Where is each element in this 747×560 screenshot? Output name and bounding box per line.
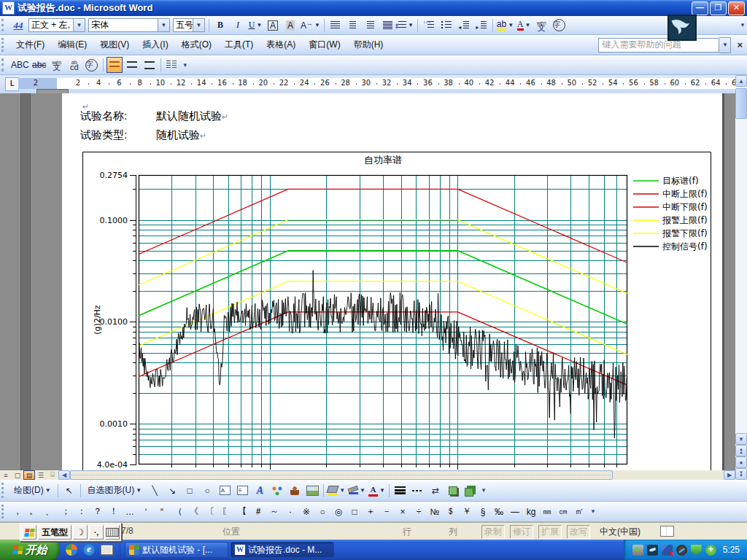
vertical-scroll-thumb[interactable] xyxy=(735,88,747,119)
size-combo[interactable]: 五号▼ xyxy=(173,18,205,32)
tray-network-disconnected-icon[interactable] xyxy=(662,545,673,556)
start-button[interactable]: 开始 xyxy=(0,540,60,560)
dropdown-icon[interactable]: ▼ xyxy=(256,22,262,28)
dropdown-icon[interactable]: ▼ xyxy=(73,19,85,31)
ruler-track[interactable]: 2 24681012141618202224262830323436384042… xyxy=(18,78,735,89)
ime-punctuation-icon[interactable]: ·, xyxy=(89,525,104,540)
outline-view-button[interactable]: ☰ xyxy=(35,470,47,480)
symbol-button[interactable]: ～ xyxy=(266,504,282,520)
symbol-button[interactable]: ＄ xyxy=(443,504,459,520)
taskbar-window-button-1[interactable]: W试验报告.doc - M... xyxy=(231,542,334,558)
line-spacing-15-button[interactable] xyxy=(124,57,140,73)
print-layout-view-button[interactable]: ▤ xyxy=(23,470,35,480)
symbol-button[interactable]: ￥ xyxy=(459,504,475,520)
menu-item[interactable]: 视图(V) xyxy=(93,36,136,54)
reading-layout-button[interactable]: ⌻ xyxy=(47,470,58,480)
menu-item[interactable]: 格式(O) xyxy=(175,36,218,54)
vertical-text-box-button[interactable]: ≡ xyxy=(234,483,250,499)
scroll-right-icon[interactable]: ▶ xyxy=(724,470,735,480)
symbol-button[interactable]: 《 xyxy=(186,504,202,520)
dropdown-icon[interactable]: ▼ xyxy=(408,22,414,28)
menu-item[interactable]: 窗口(W) xyxy=(302,36,347,54)
toolbar-options-button-2[interactable]: ▼ xyxy=(181,55,190,74)
pinyin-abc-button[interactable]: ABC xyxy=(10,57,30,73)
status-toggle-1[interactable]: 修订 xyxy=(510,525,533,539)
font-color-button-2[interactable]: A▼ xyxy=(368,483,386,499)
increase-indent-button[interactable] xyxy=(473,18,489,34)
select-browse-object-button[interactable]: ● xyxy=(735,456,747,468)
dropdown-icon[interactable]: ▼ xyxy=(158,19,169,31)
threed-style-button[interactable] xyxy=(462,483,479,499)
symbol-toolbar-options-icon[interactable]: ▼ xyxy=(589,502,597,521)
symbol-button[interactable]: － xyxy=(379,504,395,520)
font-color-button[interactable]: A▼ xyxy=(516,18,532,34)
language-indicator[interactable]: 中文(中国) xyxy=(600,526,640,538)
toolbar-options-button[interactable]: ▼ xyxy=(738,16,747,34)
toolbar-options-button-3[interactable]: ▼ xyxy=(479,480,488,501)
previous-page-button[interactable]: ▲▲ xyxy=(735,445,747,456)
ime-bar[interactable]: 五笔型 ☽ ·, xyxy=(20,523,122,542)
enclosed-character-button-2[interactable]: 字 xyxy=(84,57,100,73)
align-right-button[interactable] xyxy=(363,18,379,34)
spelling-status-icon[interactable] xyxy=(660,526,674,537)
status-toggle-3[interactable]: 改写 xyxy=(567,525,590,539)
character-border-button[interactable]: A xyxy=(265,18,281,34)
toolbar-grip[interactable] xyxy=(1,19,7,32)
symbol-button[interactable]: ＃ xyxy=(250,504,266,520)
symbol-button[interactable]: ㎜ xyxy=(539,504,555,520)
dropdown-icon[interactable]: ▼ xyxy=(193,19,204,31)
character-scaling-button[interactable]: A▼ xyxy=(300,18,321,34)
dropdown-icon[interactable]: ▼ xyxy=(339,487,345,494)
swallow-app-icon[interactable] xyxy=(667,15,697,41)
symbol-button[interactable]: × xyxy=(395,504,411,520)
dash-style-button[interactable] xyxy=(410,483,426,499)
line-style-button[interactable] xyxy=(392,483,409,499)
select-objects-button[interactable]: ↖ xyxy=(61,483,77,499)
symbol-button[interactable]: ： xyxy=(74,504,90,520)
next-page-button[interactable]: ▼▼ xyxy=(735,468,747,480)
columns-button[interactable] xyxy=(164,57,180,73)
tray-swallow-ime-icon[interactable] xyxy=(647,545,658,556)
symbol-button[interactable]: … xyxy=(122,504,138,520)
symbol-button[interactable]: ◎ xyxy=(330,504,347,520)
restore-button[interactable]: ❐ xyxy=(710,1,727,15)
wordart-button[interactable]: A xyxy=(252,483,268,499)
dropdown-icon[interactable]: ▼ xyxy=(379,487,385,494)
ime-logo-icon[interactable] xyxy=(22,525,36,540)
symbol-button[interactable]: “ xyxy=(154,504,170,520)
insert-picture-button[interactable] xyxy=(304,483,320,499)
phonetic-text-button[interactable]: wén文 xyxy=(49,57,65,73)
menubar-close-icon[interactable]: × xyxy=(737,39,743,50)
fill-color-button[interactable]: ▼ xyxy=(327,483,346,499)
dropdown-icon[interactable]: ▼ xyxy=(314,22,320,28)
align-justify-button[interactable] xyxy=(328,18,344,34)
symbol-button[interactable]: 、 xyxy=(42,504,58,520)
symbol-grip[interactable] xyxy=(1,505,7,518)
quick-launch-internet-explorer-icon[interactable]: e xyxy=(82,542,96,557)
styles-and-formatting-button[interactable]: 44 xyxy=(10,18,26,34)
highlight-button[interactable]: ab▼ xyxy=(496,18,514,34)
horizontal-in-vertical-button[interactable]: abcd xyxy=(66,57,82,73)
line-color-button[interactable]: ▼ xyxy=(347,483,366,499)
draw-menu-button[interactable]: 绘图(D)▼ xyxy=(10,481,55,500)
symbol-button[interactable]: ※ xyxy=(298,504,314,520)
tab-selector[interactable]: L xyxy=(5,77,19,91)
symbol-button[interactable]: ＋ xyxy=(363,504,379,520)
ime-name-button[interactable]: 五笔型 xyxy=(38,525,71,540)
enclosed-character-button[interactable]: 字 xyxy=(551,18,567,34)
menu-item[interactable]: 表格(A) xyxy=(260,36,302,54)
symbol-button[interactable]: ㎝ xyxy=(555,504,571,520)
bold-button[interactable]: B xyxy=(212,18,228,34)
line-spacing-single-button[interactable] xyxy=(107,57,123,73)
menu-item[interactable]: 插入(I) xyxy=(136,36,174,54)
align-center-button[interactable] xyxy=(345,18,361,34)
strikethrough-button[interactable]: abc xyxy=(31,57,47,73)
text-box-button[interactable]: A xyxy=(217,483,233,499)
line-spacing-button[interactable]: ▼ xyxy=(398,18,414,34)
arrow-button[interactable]: ↘ xyxy=(164,483,180,499)
vertical-ruler[interactable] xyxy=(20,93,31,470)
tray-usb-eject-icon[interactable] xyxy=(632,545,643,556)
italic-button[interactable]: I xyxy=(230,18,246,34)
symbol-button[interactable]: ‘ xyxy=(138,504,154,520)
numbering-button[interactable] xyxy=(421,18,437,34)
